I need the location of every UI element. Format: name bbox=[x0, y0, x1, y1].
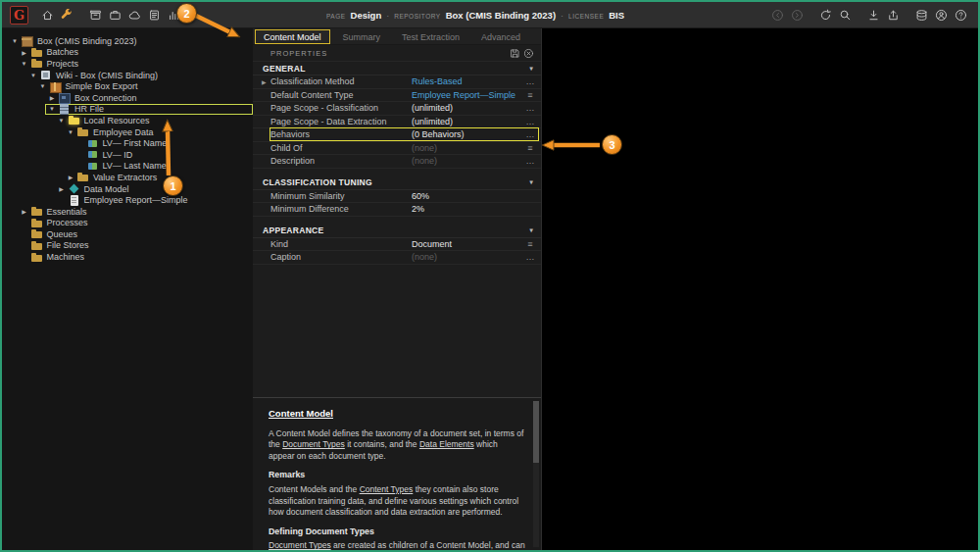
tree-item-data-model[interactable]: ▶Data Model bbox=[2, 183, 253, 195]
home-icon[interactable] bbox=[38, 6, 56, 24]
tree-item-lv-last-name[interactable]: LV— Last Name bbox=[2, 161, 253, 173]
ellipsis-button[interactable]: … bbox=[523, 103, 537, 113]
property-row-minimum-difference[interactable]: Minimum Difference2% bbox=[253, 203, 541, 217]
help-link[interactable]: Document Types bbox=[282, 439, 345, 449]
tree-item-essentials[interactable]: ▶Essentials bbox=[2, 206, 253, 218]
user-icon[interactable] bbox=[932, 6, 950, 24]
help-scrollbar[interactable] bbox=[533, 401, 539, 547]
property-value[interactable]: (0 Behaviors) bbox=[412, 129, 523, 139]
cloud-icon[interactable] bbox=[125, 6, 143, 24]
property-value[interactable]: (none) bbox=[412, 252, 523, 262]
tree-item-value-extractors[interactable]: ▶Value Extractors bbox=[2, 172, 253, 183]
property-row-page-scope-data-extraction[interactable]: Page Scope - Data Extraction(unlimited)… bbox=[253, 116, 541, 129]
archive-icon[interactable] bbox=[86, 6, 104, 24]
section-appearance[interactable]: APPEARANCE▾ bbox=[253, 225, 541, 238]
property-value[interactable]: (none) bbox=[412, 143, 523, 153]
tree-item-queues[interactable]: Queues bbox=[2, 228, 253, 240]
property-value[interactable]: (unlimited) bbox=[412, 117, 523, 126]
expander-down-icon[interactable]: ▼ bbox=[21, 61, 28, 67]
repository-value[interactable]: Box (CMIS Binding 2023) bbox=[446, 10, 556, 21]
help-icon[interactable] bbox=[952, 6, 969, 24]
section-classification-tuning[interactable]: CLASSIFICATION TUNING▾ bbox=[253, 176, 541, 190]
ellipsis-button[interactable]: … bbox=[523, 129, 537, 139]
expander-right-icon[interactable]: ▶ bbox=[21, 49, 28, 56]
property-value[interactable]: 60% bbox=[412, 191, 523, 201]
page-value[interactable]: Design bbox=[351, 10, 382, 21]
help-link[interactable]: Data Elements bbox=[419, 439, 474, 449]
tab-content-model[interactable]: Content Model bbox=[255, 29, 330, 44]
chevron-down-icon[interactable]: ▾ bbox=[529, 65, 533, 73]
tree-item-projects[interactable]: ▼Projects bbox=[2, 58, 253, 70]
tree-item-local-resources[interactable]: ▼Local Resources bbox=[2, 115, 253, 126]
property-row-minimum-similarity[interactable]: Minimum Similarity60% bbox=[253, 190, 541, 204]
expander-right-icon[interactable]: ▶ bbox=[67, 174, 74, 180]
close-icon[interactable] bbox=[521, 46, 535, 60]
chevron-down-icon[interactable]: ▾ bbox=[529, 178, 533, 186]
property-row-default-content-type[interactable]: Default Content TypeEmployee Report—Simp… bbox=[253, 89, 541, 103]
dropdown-button[interactable]: ≡ bbox=[523, 143, 537, 153]
help-content: Content ModelA Content Model defines the… bbox=[269, 408, 525, 550]
expander-right-icon[interactable]: ▶ bbox=[58, 185, 66, 192]
property-row-behaviors[interactable]: Behaviors(0 Behaviors)… bbox=[253, 128, 541, 142]
dropdown-button[interactable]: ≡ bbox=[523, 239, 537, 249]
database-icon[interactable] bbox=[912, 6, 930, 24]
briefcase-icon[interactable] bbox=[106, 6, 123, 24]
row-expander-icon[interactable]: ▶ bbox=[262, 78, 267, 85]
dropdown-button[interactable]: ≡ bbox=[523, 90, 537, 100]
tab-test-extraction[interactable]: Test Extraction bbox=[393, 29, 468, 44]
search-icon[interactable] bbox=[836, 6, 854, 24]
property-row-page-scope-classification[interactable]: Page Scope - Classification(unlimited)… bbox=[253, 102, 541, 116]
tab-advanced[interactable]: Advanced bbox=[472, 29, 529, 44]
tree-item-box-cmis-binding-2023[interactable]: ▼Box (CMIS Binding 2023) bbox=[2, 35, 253, 47]
help-link[interactable]: Content Types bbox=[360, 484, 414, 494]
tree-item-hr-file[interactable]: ▼HR File bbox=[2, 104, 253, 116]
tree-item-processes[interactable]: Processes bbox=[2, 218, 253, 229]
property-value[interactable]: 2% bbox=[412, 204, 523, 214]
tree-item-lv-id[interactable]: LV— ID bbox=[2, 149, 253, 161]
tasks-icon[interactable] bbox=[145, 6, 163, 24]
tree-item-employee-report-simple[interactable]: Employee Report—Simple bbox=[2, 194, 253, 206]
property-value[interactable]: (none) bbox=[412, 156, 523, 166]
expander-down-icon[interactable]: ▼ bbox=[39, 83, 47, 89]
section-general[interactable]: GENERAL▾ bbox=[253, 62, 541, 75]
export-icon[interactable] bbox=[884, 6, 902, 24]
tree-item-wiki-box-cmis-binding[interactable]: ▼Wiki - Box (CMIS Binding) bbox=[2, 70, 253, 81]
ellipsis-button[interactable]: … bbox=[523, 252, 537, 262]
refresh-icon[interactable] bbox=[816, 6, 834, 24]
property-value[interactable]: Rules-Based bbox=[412, 76, 523, 86]
property-row-kind[interactable]: KindDocument≡ bbox=[253, 238, 541, 252]
property-row-description[interactable]: Description(none)… bbox=[253, 155, 541, 169]
tree-item-box-connection[interactable]: ▶Box Connection bbox=[2, 92, 253, 104]
property-value[interactable]: Employee Report—Simple bbox=[412, 90, 523, 100]
scrollbar-thumb[interactable] bbox=[533, 401, 539, 463]
property-value[interactable]: (unlimited) bbox=[412, 103, 523, 113]
tree-item-lv-first-name[interactable]: LV— First Name bbox=[2, 137, 253, 149]
tree-item-batches[interactable]: ▶Batches bbox=[2, 47, 253, 59]
ellipsis-button[interactable]: … bbox=[523, 156, 537, 166]
expander-down-icon[interactable]: ▼ bbox=[48, 106, 56, 112]
tab-summary[interactable]: Summary bbox=[334, 29, 390, 44]
expander-down-icon[interactable]: ▼ bbox=[58, 118, 66, 124]
tree-item-employee-data[interactable]: ▼Employee Data bbox=[2, 126, 253, 138]
chevron-down-icon[interactable]: ▾ bbox=[529, 226, 533, 234]
property-row-child-of[interactable]: Child Of(none)≡ bbox=[253, 142, 541, 156]
ellipsis-button[interactable]: … bbox=[523, 76, 537, 86]
save-icon[interactable] bbox=[508, 46, 521, 60]
app-logo[interactable]: G bbox=[10, 6, 28, 25]
download-icon[interactable] bbox=[864, 6, 882, 24]
property-value[interactable]: Document bbox=[412, 239, 523, 249]
expander-right-icon[interactable]: ▶ bbox=[48, 94, 56, 101]
expander-down-icon[interactable]: ▼ bbox=[11, 38, 19, 44]
property-row-caption[interactable]: Caption(none)… bbox=[253, 251, 541, 265]
ellipsis-button[interactable]: … bbox=[523, 117, 537, 126]
expander-down-icon[interactable]: ▼ bbox=[29, 73, 37, 78]
tree-item-file-stores[interactable]: File Stores bbox=[2, 240, 253, 252]
tree-item-machines[interactable]: Machines bbox=[2, 251, 253, 263]
expander-right-icon[interactable]: ▶ bbox=[21, 208, 28, 215]
help-link[interactable]: Document Types bbox=[269, 540, 331, 550]
help-text: Content Models and the bbox=[269, 484, 360, 494]
wrench-icon[interactable] bbox=[58, 6, 75, 24]
property-row-classification-method[interactable]: ▶Classification MethodRules-Based… bbox=[253, 75, 541, 89]
expander-down-icon[interactable]: ▼ bbox=[67, 129, 74, 135]
tree-item-simple-box-export[interactable]: ▼Simple Box Export bbox=[2, 80, 253, 92]
